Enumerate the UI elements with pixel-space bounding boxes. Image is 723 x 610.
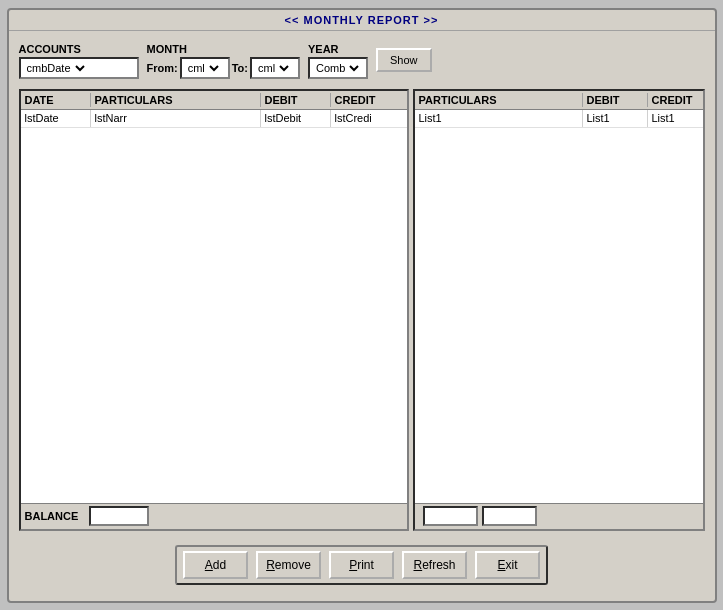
right-table-header: PARTICULARS DEBIT CREDIT bbox=[415, 91, 703, 110]
table-row: lstDate lstNarr lstDebit lstCredi bbox=[21, 110, 407, 128]
month-to-select[interactable]: cml bbox=[254, 59, 292, 77]
year-label: YEAR bbox=[308, 43, 339, 55]
left-table-body: lstDate lstNarr lstDebit lstCredi bbox=[21, 110, 407, 503]
from-label: From: bbox=[147, 62, 178, 74]
left-col-debit-header: DEBIT bbox=[261, 93, 331, 107]
year-select[interactable]: Comb bbox=[312, 59, 362, 77]
show-button[interactable]: Show bbox=[376, 48, 432, 72]
refresh-underline-char: R bbox=[413, 558, 422, 572]
right-col-credit-header: CREDIT bbox=[648, 93, 703, 107]
print-underline-char: P bbox=[349, 558, 357, 572]
bottom-row: Add Remove Print Refresh Exit bbox=[19, 537, 705, 593]
month-to-combo[interactable]: cml bbox=[250, 57, 300, 79]
accounts-combo[interactable]: cmbDate bbox=[19, 57, 139, 79]
right-credit-cell: List1 bbox=[648, 110, 703, 127]
add-underline-char: A bbox=[205, 558, 213, 572]
table-section: DATE PARTICULARS DEBIT CREDIT lstDate ls… bbox=[19, 89, 705, 531]
month-group: MONTH From: cml To: cml bbox=[147, 43, 300, 79]
month-label: MONTH bbox=[147, 43, 187, 55]
year-group: YEAR Comb bbox=[308, 43, 368, 79]
right-col-debit-header: DEBIT bbox=[583, 93, 648, 107]
content-area: ACCOUNTS cmbDate MONTH From: cml T bbox=[9, 31, 715, 601]
balance-label: BALANCE bbox=[25, 510, 85, 522]
accounts-label: ACCOUNTS bbox=[19, 43, 81, 55]
right-col-particulars-header: PARTICULARS bbox=[415, 93, 583, 107]
left-date-cell: lstDate bbox=[21, 110, 91, 127]
add-button[interactable]: Add bbox=[183, 551, 248, 579]
balance-input[interactable] bbox=[89, 506, 149, 526]
month-from-select[interactable]: cml bbox=[184, 59, 222, 77]
left-table: DATE PARTICULARS DEBIT CREDIT lstDate ls… bbox=[19, 89, 409, 531]
right-table: PARTICULARS DEBIT CREDIT List1 List1 Lis… bbox=[413, 89, 705, 531]
left-col-credit-header: CREDIT bbox=[331, 93, 406, 107]
print-button[interactable]: Print bbox=[329, 551, 394, 579]
left-table-header: DATE PARTICULARS DEBIT CREDIT bbox=[21, 91, 407, 110]
left-balance-row: BALANCE bbox=[21, 503, 407, 529]
window-title: << MONTHLY REPORT >> bbox=[285, 14, 439, 26]
left-credit-cell: lstCredi bbox=[331, 110, 406, 127]
right-balance-inputs bbox=[419, 506, 537, 526]
refresh-button[interactable]: Refresh bbox=[402, 551, 467, 579]
left-col-particulars-header: PARTICULARS bbox=[91, 93, 261, 107]
left-particulars-cell: lstNarr bbox=[91, 110, 261, 127]
table-row: List1 List1 List1 bbox=[415, 110, 703, 128]
accounts-group: ACCOUNTS cmbDate bbox=[19, 43, 139, 79]
year-combo[interactable]: Comb bbox=[308, 57, 368, 79]
remove-underline-char: R bbox=[266, 558, 275, 572]
remove-button[interactable]: Remove bbox=[256, 551, 321, 579]
button-group: Add Remove Print Refresh Exit bbox=[175, 545, 548, 585]
to-label: To: bbox=[232, 62, 248, 74]
exit-underline-char: E bbox=[497, 558, 505, 572]
left-debit-cell: lstDebit bbox=[261, 110, 331, 127]
right-credit-balance-input[interactable] bbox=[482, 506, 537, 526]
right-balance-row bbox=[415, 503, 703, 529]
accounts-select[interactable]: cmbDate bbox=[23, 59, 88, 77]
exit-button[interactable]: Exit bbox=[475, 551, 540, 579]
controls-row: ACCOUNTS cmbDate MONTH From: cml T bbox=[19, 39, 705, 83]
month-from-combo[interactable]: cml bbox=[180, 57, 230, 79]
from-to-row: From: cml To: cml bbox=[147, 57, 300, 79]
right-debit-balance-input[interactable] bbox=[423, 506, 478, 526]
right-debit-cell: List1 bbox=[583, 110, 648, 127]
right-particulars-cell: List1 bbox=[415, 110, 583, 127]
main-window: << MONTHLY REPORT >> ACCOUNTS cmbDate MO… bbox=[7, 8, 717, 603]
right-table-body: List1 List1 List1 bbox=[415, 110, 703, 503]
title-bar: << MONTHLY REPORT >> bbox=[9, 10, 715, 31]
left-col-date-header: DATE bbox=[21, 93, 91, 107]
